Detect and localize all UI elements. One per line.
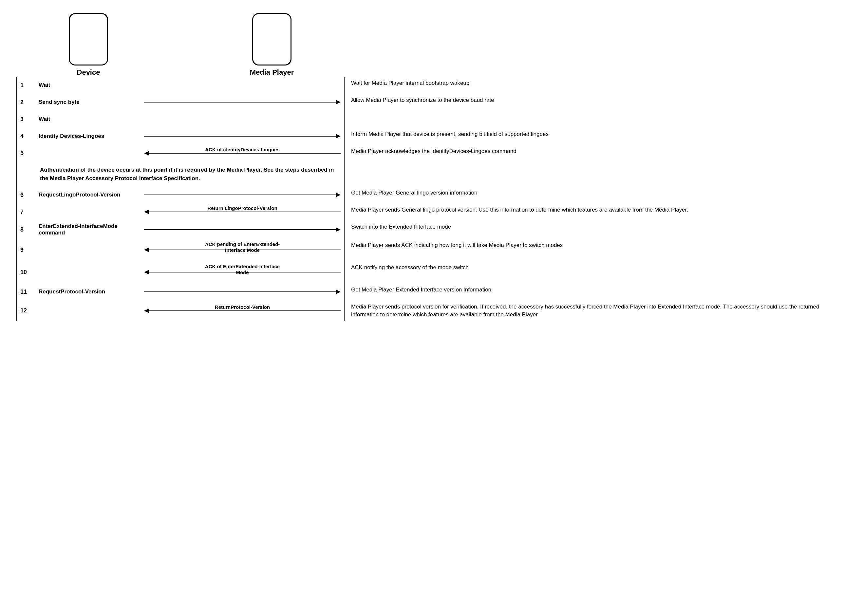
svg-marker-14 bbox=[336, 227, 341, 232]
device-shape bbox=[69, 13, 108, 66]
svg-marker-26 bbox=[144, 308, 149, 313]
svg-text:ACK of identifyDevices-Lingoes: ACK of identifyDevices-Lingoes bbox=[205, 147, 280, 152]
row-6-num: 6 bbox=[16, 186, 36, 203]
row-10-arrow: ACK of EnterExtended-Interface Mode bbox=[141, 261, 344, 283]
row-2-arrow bbox=[141, 94, 344, 111]
svg-text:ACK pending of EnterExtended-: ACK pending of EnterExtended- bbox=[205, 241, 280, 247]
row-10-device bbox=[36, 261, 141, 283]
row-7-device bbox=[36, 203, 141, 220]
row-10-desc: ACK notifying the accessory of the mode … bbox=[344, 261, 848, 283]
svg-marker-2 bbox=[336, 100, 341, 104]
row-5-desc: Media Player acknowledges the IdentifyDe… bbox=[344, 145, 848, 162]
svg-text:ReturnProtocol-Version: ReturnProtocol-Version bbox=[215, 304, 270, 310]
svg-marker-16 bbox=[144, 248, 149, 252]
row-2-device: Send sync byte bbox=[36, 94, 141, 111]
row-3-device: Wait bbox=[36, 111, 141, 128]
diagram-wrapper: Device Media Player 1 Wait Wait for Medi… bbox=[6, 6, 858, 328]
row-5-device bbox=[36, 145, 141, 162]
row-2-desc: Allow Media Player to synchronize to the… bbox=[344, 94, 848, 111]
row-5-num: 5 bbox=[16, 145, 36, 162]
mediaplayer-label: Media Player bbox=[250, 68, 294, 77]
note-row: Authentication of the device occurs at t… bbox=[16, 162, 344, 186]
svg-marker-20 bbox=[144, 270, 149, 275]
row-9-num: 9 bbox=[16, 239, 36, 261]
svg-marker-4 bbox=[336, 134, 341, 138]
row-8-desc: Switch into the Extended Interface mode bbox=[344, 220, 848, 239]
row-1-device: Wait bbox=[36, 77, 141, 94]
actor-device: Device bbox=[36, 13, 141, 77]
row-3-desc bbox=[344, 111, 848, 128]
svg-marker-6 bbox=[144, 151, 149, 156]
row-6-arrow bbox=[141, 186, 344, 203]
svg-text:ACK of EnterExtended-Interface: ACK of EnterExtended-Interface bbox=[205, 264, 280, 269]
row-1-desc: Wait for Media Player internal bootstrap… bbox=[344, 77, 848, 94]
mediaplayer-shape bbox=[252, 13, 292, 66]
svg-marker-24 bbox=[336, 289, 341, 294]
row-1-arrow bbox=[141, 77, 344, 94]
row-4-arrow bbox=[141, 128, 344, 145]
row-5-arrow: ACK of identifyDevices-Lingoes bbox=[141, 145, 344, 162]
row-7-desc: Media Player sends General lingo protoco… bbox=[344, 203, 848, 220]
row-6-desc: Get Media Player General lingo version i… bbox=[344, 186, 848, 203]
row-7-num: 7 bbox=[16, 203, 36, 220]
row-9-arrow: ACK pending of EnterExtended- Interface … bbox=[141, 239, 344, 261]
row-9-desc: Media Player sends ACK indicating how lo… bbox=[344, 239, 848, 261]
row-8-num: 8 bbox=[16, 220, 36, 239]
row-11-desc: Get Media Player Extended Interface vers… bbox=[344, 283, 848, 300]
row-4-device: Identify Devices-Lingoes bbox=[36, 128, 141, 145]
row-3-num: 3 bbox=[16, 111, 36, 128]
row-2-num: 2 bbox=[16, 94, 36, 111]
svg-marker-11 bbox=[144, 210, 149, 214]
device-label: Device bbox=[77, 68, 100, 77]
row-12-num: 12 bbox=[16, 300, 36, 321]
row-11-device: RequestProtocol-Version bbox=[36, 283, 141, 300]
row-6-device: RequestLingoProtocol-Version bbox=[36, 186, 141, 203]
row-10-num: 10 bbox=[16, 261, 36, 283]
header-row: Device Media Player bbox=[36, 13, 848, 77]
row-11-num: 11 bbox=[16, 283, 36, 300]
svg-text:Interface Mode: Interface Mode bbox=[225, 247, 260, 253]
row-12-desc: Media Player sends protocol version for … bbox=[344, 300, 848, 321]
actor-mediaplayer: Media Player bbox=[239, 13, 305, 77]
row-1-num: 1 bbox=[16, 77, 36, 94]
row-9-device bbox=[36, 239, 141, 261]
row-12-device bbox=[36, 300, 141, 321]
row-7-arrow: Return LingoProtocol-Version bbox=[141, 203, 344, 220]
row-4-num: 4 bbox=[16, 128, 36, 145]
row-11-arrow bbox=[141, 283, 344, 300]
svg-text:Return LingoProtocol-Version: Return LingoProtocol-Version bbox=[207, 205, 277, 211]
row-12-arrow: ReturnProtocol-Version bbox=[141, 300, 344, 321]
svg-marker-9 bbox=[336, 193, 341, 197]
svg-text:Mode: Mode bbox=[236, 270, 248, 275]
note-row-desc bbox=[344, 162, 848, 186]
row-3-arrow bbox=[141, 111, 344, 128]
row-8-arrow bbox=[141, 220, 344, 239]
row-8-device: EnterExtended-InterfaceMode command bbox=[36, 220, 141, 239]
row-4-desc: Inform Media Player that device is prese… bbox=[344, 128, 848, 145]
sequence-grid: 1 Wait Wait for Media Player internal bo… bbox=[16, 77, 848, 321]
